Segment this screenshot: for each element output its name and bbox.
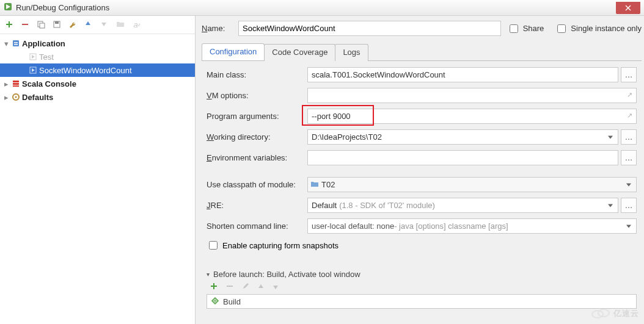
- tree-label: Test: [39, 52, 54, 62]
- tree-node-defaults[interactable]: ▸ Defaults: [0, 90, 195, 104]
- svg-marker-11: [86, 21, 90, 25]
- tab-bar: Configuration Code Coverage Logs: [202, 43, 642, 61]
- env-vars-field[interactable]: [307, 150, 618, 165]
- svg-rect-13: [13, 40, 19, 46]
- app-icon: [4, 2, 12, 13]
- run-icon: [28, 52, 38, 62]
- config-sidebar: az ▾ Application Test SocketWindowWordCo…: [0, 16, 196, 324]
- svg-rect-15: [14, 44, 18, 45]
- svg-rect-21: [13, 83, 19, 85]
- down-icon[interactable]: [273, 283, 279, 292]
- run-icon: [28, 65, 38, 75]
- tree-node-test[interactable]: Test: [0, 50, 195, 63]
- main-class-browse-button[interactable]: …: [621, 67, 637, 82]
- svg-rect-14: [14, 42, 18, 43]
- config-main: Name: Share Single instance only Configu…: [196, 16, 644, 324]
- remove-icon[interactable]: [226, 283, 233, 292]
- shorten-label: Shorten command line:: [207, 221, 307, 231]
- program-args-field[interactable]: --port 9000↗: [307, 109, 637, 124]
- wrench-icon[interactable]: [68, 20, 78, 30]
- copy-icon[interactable]: [37, 20, 46, 30]
- working-dir-label: Working directory:: [207, 132, 307, 142]
- edit-icon[interactable]: [242, 283, 249, 292]
- remove-icon[interactable]: [21, 20, 31, 30]
- module-folder-icon: [310, 180, 319, 189]
- svg-marker-12: [101, 23, 106, 26]
- program-args-label: Program arguments:: [207, 112, 307, 121]
- svg-marker-29: [273, 286, 278, 289]
- chevron-right-icon: ▸: [2, 93, 10, 102]
- snapshots-label: Enable capturing form snapshots: [222, 241, 338, 250]
- window-close-button[interactable]: [616, 2, 640, 14]
- tree-node-scala-console[interactable]: ▸ Scala Console: [0, 77, 195, 90]
- main-class-field[interactable]: scala.T001.SocketWindowWordCount: [307, 67, 618, 82]
- tree-label: Application: [22, 39, 65, 48]
- sort-icon[interactable]: az: [132, 20, 142, 30]
- collapse-icon[interactable]: ▾: [207, 271, 210, 278]
- env-vars-label: Environment variables:: [207, 153, 307, 162]
- svg-point-34: [598, 309, 609, 317]
- share-label: Share: [523, 24, 544, 33]
- save-icon[interactable]: [53, 20, 62, 30]
- share-checkbox[interactable]: Share: [507, 23, 544, 35]
- classpath-module-select[interactable]: T02: [307, 177, 637, 192]
- tree-label: SocketWindowWordCount: [39, 66, 132, 75]
- single-instance-checkbox[interactable]: Single instance only: [555, 23, 642, 35]
- working-dir-browse-button[interactable]: …: [621, 129, 637, 145]
- vm-options-field[interactable]: ↗: [307, 88, 637, 103]
- gear-icon: [11, 92, 21, 102]
- env-vars-browse-button[interactable]: …: [621, 150, 637, 165]
- before-launch-item[interactable]: Build: [207, 294, 637, 309]
- svg-rect-8: [40, 23, 45, 28]
- chevron-right-icon: ▸: [2, 79, 10, 88]
- name-label: Name:: [202, 24, 238, 33]
- tab-logs[interactable]: Logs: [335, 44, 368, 61]
- tree-label: Defaults: [22, 93, 53, 102]
- add-icon[interactable]: [5, 20, 15, 30]
- snapshots-checkbox[interactable]: Enable capturing form snapshots: [207, 239, 637, 251]
- expand-icon[interactable]: ↗: [627, 91, 632, 99]
- up-icon[interactable]: [84, 20, 94, 30]
- svg-marker-28: [258, 284, 263, 288]
- add-icon[interactable]: [210, 283, 218, 292]
- watermark: 亿速云: [590, 307, 639, 320]
- svg-marker-19: [32, 68, 35, 72]
- shorten-select[interactable]: user-local default: none - java [options…: [307, 218, 637, 234]
- jre-browse-button[interactable]: …: [621, 198, 637, 213]
- application-icon: [11, 38, 21, 48]
- vm-options-label: VM options:: [207, 91, 307, 100]
- folder-icon[interactable]: [116, 20, 126, 30]
- working-dir-field[interactable]: D:\IdeaProjects\T02: [307, 129, 618, 145]
- svg-marker-17: [32, 55, 35, 59]
- svg-rect-10: [55, 21, 59, 24]
- single-instance-label: Single instance only: [571, 24, 642, 33]
- up-icon[interactable]: [258, 283, 264, 292]
- sidebar-toolbar: az: [0, 16, 195, 34]
- tree-node-application[interactable]: ▾ Application: [0, 37, 195, 50]
- svg-rect-20: [13, 81, 19, 82]
- tab-configuration[interactable]: Configuration: [202, 43, 265, 60]
- window-titlebar: Run/Debug Configurations: [0, 0, 644, 16]
- config-tree: ▾ Application Test SocketWindowWordCount…: [0, 34, 195, 324]
- tab-code-coverage[interactable]: Code Coverage: [264, 44, 335, 61]
- before-launch-item-label: Build: [223, 297, 241, 306]
- window-title: Run/Debug Configurations: [16, 3, 109, 12]
- config-form: Main class: scala.T001.SocketWindowWordC…: [202, 61, 642, 324]
- jre-select[interactable]: Default(1.8 - SDK of 'T02' module): [307, 198, 618, 213]
- main-class-label: Main class:: [207, 70, 307, 79]
- down-icon[interactable]: [100, 20, 110, 30]
- jre-label: JRE:: [207, 201, 307, 210]
- build-icon: [211, 297, 219, 307]
- name-input[interactable]: [238, 21, 501, 36]
- scala-icon: [11, 79, 21, 88]
- classpath-module-label: Use classpath of module:: [207, 180, 307, 189]
- expand-icon[interactable]: ↗: [627, 112, 632, 120]
- chevron-down-icon: ▾: [2, 39, 10, 48]
- svg-point-24: [15, 96, 17, 98]
- tree-label: Scala Console: [22, 79, 76, 88]
- before-launch-section: ▾ Before launch: Build, Activate tool wi…: [207, 270, 637, 309]
- before-launch-title: Before launch: Build, Activate tool wind…: [213, 270, 360, 279]
- tree-node-socketwindowwordcount[interactable]: SocketWindowWordCount: [0, 63, 195, 77]
- svg-rect-22: [13, 85, 19, 87]
